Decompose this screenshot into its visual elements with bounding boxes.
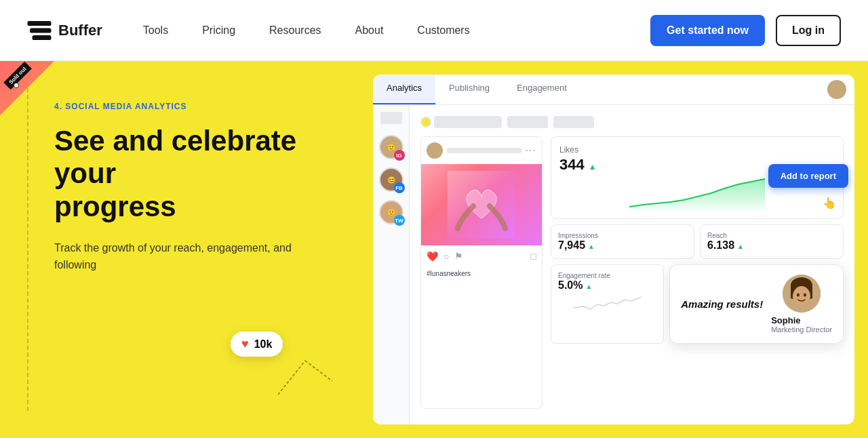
post-share-icon[interactable]: ⚑ xyxy=(454,251,463,262)
svg-point-12 xyxy=(804,294,806,297)
sophie-avatar-image xyxy=(783,275,821,313)
post-image xyxy=(421,164,542,245)
account-facebook[interactable]: 😊 FB xyxy=(379,167,403,192)
reach-card: Reach 6.138 ▲ xyxy=(700,224,844,259)
login-button[interactable]: Log in xyxy=(776,15,841,46)
post-options-icon[interactable]: ··· xyxy=(526,144,536,157)
nav-tools[interactable]: Tools xyxy=(143,24,168,37)
post-author-name-placeholder xyxy=(447,148,521,153)
post-footer: ❤️ ○ ⚑ □ xyxy=(421,245,542,267)
left-section: 4. SOCIAL MEDIA ANALYTICS See and celebr… xyxy=(0,61,373,438)
tab-analytics[interactable]: Analytics xyxy=(373,75,435,104)
svg-rect-0 xyxy=(28,21,52,26)
nav-customers[interactable]: Customers xyxy=(417,24,469,37)
user-avatar-nav xyxy=(819,75,854,104)
engagement-chart xyxy=(558,294,656,313)
engagement-label: Engagement rate xyxy=(558,272,656,279)
filter-placeholder xyxy=(380,112,402,124)
logo-text: Buffer xyxy=(58,22,102,39)
chart-trend: ▲ xyxy=(589,162,597,172)
engagement-section: Engagement rate 5.0% ▲ xyxy=(551,264,844,344)
deco-arrows xyxy=(278,354,332,397)
avatar-initials-tw: 🙂 xyxy=(387,209,395,216)
nav-pricing[interactable]: Pricing xyxy=(202,24,235,37)
analytics-mockup: Analytics Publishing Engagement 🙂 IG xyxy=(373,75,854,424)
post-card: ··· xyxy=(420,136,542,409)
post-image-graphic xyxy=(448,171,515,239)
analytics-body: 🙂 IG 😊 FB 🙂 TW xyxy=(373,105,854,424)
nav-actions: Get started now Log in xyxy=(650,15,841,46)
impressions-card: Impresssions 7,945 ▲ xyxy=(551,224,694,259)
metrics-row: Impresssions 7,945 ▲ Reach 6.138 xyxy=(551,224,844,259)
engagement-trend: ▲ xyxy=(585,283,592,290)
filter-left xyxy=(420,116,502,128)
corner-decoration: Sold out xyxy=(0,61,54,115)
post-author-avatar xyxy=(427,142,443,159)
section-description: Track the growth of your reach, engageme… xyxy=(54,239,332,274)
logo-icon xyxy=(27,21,52,40)
nav-links: Tools Pricing Resources About Customers xyxy=(143,24,650,37)
post-bookmark-icon[interactable]: □ xyxy=(531,251,536,262)
tab-engagement[interactable]: Engagement xyxy=(503,75,580,104)
get-started-button[interactable]: Get started now xyxy=(650,15,765,46)
filter-date[interactable] xyxy=(434,116,502,128)
account-twitter[interactable]: 🙂 TW xyxy=(379,200,403,224)
cursor-icon: 👆 xyxy=(823,197,836,210)
likes-chart-card: Likes 344 ▲ xyxy=(551,136,844,219)
sold-out-dot xyxy=(14,83,19,88)
page-content: Sold out 4. SOCIAL MEDIA ANALYTICS See a… xyxy=(0,61,868,438)
reach-label: Reach xyxy=(707,232,836,239)
navigation: Buffer Tools Pricing Resources About Cus… xyxy=(0,0,868,61)
impressions-value: 7,945 xyxy=(558,239,585,252)
reach-value: 6.138 xyxy=(707,239,734,252)
stats-layout: ··· xyxy=(420,136,844,409)
engagement-card: Engagement rate 5.0% ▲ xyxy=(551,264,664,344)
sophie-info: Sophie Marketing Director xyxy=(771,315,832,334)
amazing-text: Amazing results! xyxy=(681,298,763,310)
instagram-badge: IG xyxy=(394,150,405,161)
avatar-initials-fb: 😊 xyxy=(387,176,395,184)
deco-line xyxy=(27,88,28,411)
heart-icon: ♥ xyxy=(241,337,249,351)
amazing-results-content: Amazing results! xyxy=(681,298,763,310)
svg-point-11 xyxy=(797,294,800,297)
tab-publishing[interactable]: Publishing xyxy=(435,75,503,104)
content-area: ··· xyxy=(410,105,854,424)
post-hashtag: #lunasneakers xyxy=(421,270,542,283)
accounts-sidebar: 🙂 IG 😊 FB 🙂 TW xyxy=(373,105,410,424)
twitter-badge: TW xyxy=(394,215,405,226)
section-tag: 4. SOCIAL MEDIA ANALYTICS xyxy=(54,102,332,111)
nav-resources[interactable]: Resources xyxy=(269,24,321,37)
sophie-title: Marketing Director xyxy=(771,325,832,334)
account-instagram[interactable]: 🙂 IG xyxy=(379,135,403,159)
chart-title: Likes xyxy=(559,145,835,155)
amazing-results-card: Amazing results! xyxy=(669,264,844,344)
chart-value: 344 xyxy=(559,156,585,174)
post-like-icon[interactable]: ❤️ xyxy=(427,251,438,262)
sophie-avatar xyxy=(783,275,821,313)
sophie-section: Sophie Marketing Director xyxy=(771,275,832,334)
sophie-name: Sophie xyxy=(771,315,832,325)
post-comment-icon[interactable]: ○ xyxy=(443,251,449,262)
engagement-value: 5.0% xyxy=(558,279,583,292)
like-badge: ♥ 10k xyxy=(231,332,283,357)
nav-about[interactable]: About xyxy=(355,24,384,37)
filter-opt2[interactable] xyxy=(553,116,594,128)
like-count: 10k xyxy=(254,338,273,351)
svg-rect-2 xyxy=(33,35,52,40)
svg-line-4 xyxy=(305,361,332,381)
filter-opt1[interactable] xyxy=(507,116,548,128)
filters-row xyxy=(420,116,844,128)
facebook-badge: FB xyxy=(394,182,405,193)
analytics-tabs: Analytics Publishing Engagement xyxy=(373,75,854,105)
reach-trend: ▲ xyxy=(737,243,744,250)
stats-panel: Likes 344 ▲ xyxy=(551,136,844,409)
svg-point-10 xyxy=(793,286,810,306)
impressions-trend: ▲ xyxy=(588,243,595,250)
logo[interactable]: Buffer xyxy=(27,21,102,40)
svg-line-3 xyxy=(278,361,305,395)
post-card-header: ··· xyxy=(421,137,542,164)
section-heading: See and celebrate your progress xyxy=(54,125,332,223)
add-to-report-button[interactable]: Add to report xyxy=(768,164,848,188)
impressions-label: Impresssions xyxy=(558,232,687,239)
